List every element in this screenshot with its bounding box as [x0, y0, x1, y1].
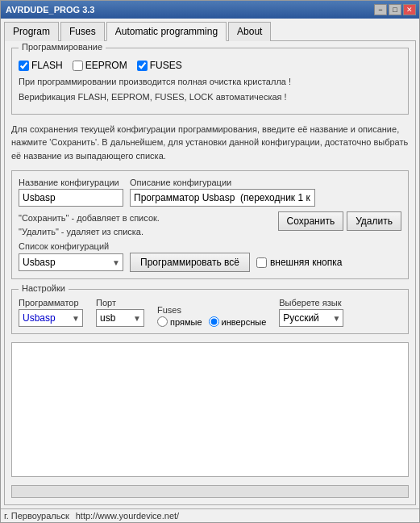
config-description-text: Для сохранения текущей конфигурации прог…: [11, 123, 409, 163]
fuses-inverse-item: инверсные: [209, 316, 267, 327]
config-name-input[interactable]: [19, 189, 123, 207]
title-bar: AVRDUDE_PROG 3.3 − □ ✕: [1, 1, 419, 19]
fuses-straight-item: прямые: [157, 316, 202, 327]
fuses-inverse-radio[interactable]: [209, 316, 219, 327]
progress-bar: [11, 485, 409, 498]
close-button[interactable]: ✕: [403, 4, 416, 15]
tab-bar: Program Fuses Automatic programming Abou…: [4, 22, 416, 41]
status-bar: г. Первоуральск http://www.yourdevice.ne…: [1, 508, 419, 522]
external-button-checkbox[interactable]: [256, 257, 267, 268]
save-delete-row: "Сохранить" - добавляет в список. "Удали…: [19, 211, 401, 238]
fuses-setting: Fuses прямые инверсные: [157, 305, 266, 327]
minimize-button[interactable]: −: [374, 4, 387, 15]
language-select[interactable]: Русский: [279, 309, 343, 327]
config-fields-row: Название конфигурации Описание конфигура…: [19, 178, 401, 207]
delete-hint-line2: "Удалить" - удаляет из списка.: [19, 225, 160, 239]
tab-automatic-programming[interactable]: Automatic programming: [106, 22, 227, 41]
fuses-setting-label: Fuses: [157, 305, 266, 315]
save-delete-hint: "Сохранить" - добавляет в список. "Удали…: [19, 211, 160, 238]
main-window: AVRDUDE_PROG 3.3 − □ ✕ Program Fuses Aut…: [0, 0, 420, 523]
port-select-wrapper: usb ▼: [96, 309, 144, 327]
language-setting: Выберете язык Русский ▼: [279, 298, 343, 327]
external-button-label: внешняя кнопка: [270, 257, 343, 268]
window-controls: − □ ✕: [374, 4, 416, 15]
content-area: Program Fuses Automatic programming Abou…: [1, 19, 419, 508]
config-list-select-wrapper: Usbasp ▼: [19, 253, 123, 271]
programming-info-line2: Верификация FLASH, EEPROM, FUSES, LOCK а…: [19, 91, 401, 103]
programming-options-row: FLASH EEPROM FUSES: [19, 60, 401, 71]
settings-group: Настройки Программатор Usbasp ▼: [11, 289, 409, 334]
programmer-select[interactable]: Usbasp: [19, 309, 83, 327]
programmer-setting: Программатор Usbasp ▼: [19, 298, 83, 327]
config-list-select[interactable]: Usbasp: [19, 253, 123, 271]
programmer-label: Программатор: [19, 298, 83, 308]
config-list-label: Список конфигураций: [19, 241, 401, 251]
fuses-label: FUSES: [150, 60, 182, 71]
fuses-radio-row: прямые инверсные: [157, 316, 266, 327]
flash-checkbox[interactable]: [19, 61, 29, 71]
external-btn-row: внешняя кнопка: [256, 257, 343, 268]
fuses-inverse-label: инверсные: [222, 317, 267, 327]
config-list-row: Usbasp ▼ Программировать всё внешняя кно…: [19, 253, 401, 272]
fuses-straight-radio[interactable]: [157, 316, 168, 327]
tab-program[interactable]: Program: [4, 22, 59, 41]
eeprom-label: EEPROM: [85, 60, 127, 71]
language-select-wrapper: Русский ▼: [279, 309, 343, 327]
programming-group: Программирование FLASH EEPROM FUSES: [11, 48, 409, 115]
maximize-button[interactable]: □: [389, 4, 401, 15]
save-delete-buttons: Сохранить Удалить: [278, 211, 401, 231]
tab-fuses[interactable]: Fuses: [60, 22, 105, 41]
status-url: http://www.yourdevice.net/: [76, 511, 179, 521]
program-all-button[interactable]: Программировать всё: [130, 253, 250, 272]
settings-group-label: Настройки: [19, 283, 69, 293]
config-section: Название конфигурации Описание конфигура…: [11, 170, 409, 279]
programming-group-label: Программирование: [19, 42, 106, 52]
status-city: г. Первоуральск: [4, 511, 69, 521]
flash-label: FLASH: [31, 60, 63, 71]
fuses-checkbox[interactable]: [137, 61, 148, 71]
output-area: [11, 342, 409, 477]
config-desc-label: Описание конфигурации: [130, 178, 315, 187]
config-desc-group: Описание конфигурации: [130, 178, 315, 207]
config-desc-input[interactable]: [130, 189, 315, 207]
fuses-checkbox-item: FUSES: [137, 60, 182, 71]
flash-checkbox-item: FLASH: [19, 60, 63, 71]
programming-info-line1: При программировании производится полная…: [19, 76, 401, 88]
port-select[interactable]: usb: [96, 309, 144, 327]
port-setting: Порт usb ▼: [96, 298, 144, 327]
save-button[interactable]: Сохранить: [278, 211, 344, 231]
settings-row: Программатор Usbasp ▼ Порт: [19, 298, 401, 327]
config-name-label: Название конфигурации: [19, 178, 123, 187]
fuses-straight-label: прямые: [170, 317, 202, 327]
eeprom-checkbox[interactable]: [73, 61, 83, 71]
tab-about[interactable]: About: [228, 22, 271, 41]
tab-content-automatic: Программирование FLASH EEPROM FUSES: [4, 41, 416, 505]
save-hint-line1: "Сохранить" - добавляет в список.: [19, 211, 160, 225]
window-title: AVRDUDE_PROG 3.3: [6, 5, 94, 15]
delete-button[interactable]: Удалить: [347, 211, 401, 231]
config-name-group: Название конфигурации: [19, 178, 123, 207]
language-label: Выберете язык: [279, 298, 343, 308]
eeprom-checkbox-item: EEPROM: [73, 60, 127, 71]
programmer-select-wrapper: Usbasp ▼: [19, 309, 83, 327]
port-label: Порт: [96, 298, 144, 308]
